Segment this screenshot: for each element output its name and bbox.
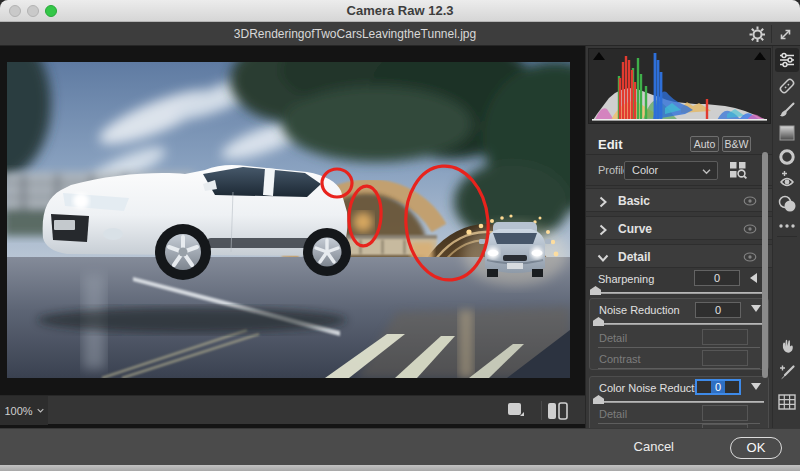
filename-bar: 3DRenderingofTwoCarsLeavingtheTunnel.jpg: [0, 22, 800, 46]
edit-header: Edit Auto B&W: [586, 136, 772, 154]
preview-square-icon: [507, 402, 525, 419]
radial-filter-icon: [778, 148, 796, 166]
profile-select[interactable]: Color: [624, 161, 718, 180]
color-sampler-icon: [778, 364, 796, 382]
section-curve[interactable]: Curve: [586, 216, 772, 240]
photo-canvas[interactable]: [7, 62, 570, 378]
tool-strip: [772, 46, 800, 428]
profile-selected-value: Color: [632, 164, 658, 176]
sharpening-label: Sharpening: [598, 273, 654, 285]
before-after-view-button[interactable]: [543, 400, 573, 421]
healing-tool-button[interactable]: [775, 74, 799, 98]
chevron-down-icon: [597, 254, 609, 262]
section-curve-label: Curve: [618, 222, 652, 236]
titlebar: Camera Raw 12.3: [0, 0, 800, 22]
selected-value-text: 0: [711, 381, 725, 393]
window-title: Camera Raw 12.3: [0, 3, 800, 18]
cnr-detail-label: Detail: [599, 408, 627, 420]
healing-brush-icon: [778, 77, 796, 95]
noise-reduction-slider-thumb[interactable]: [593, 317, 604, 326]
divider: [586, 185, 772, 186]
graduated-filter-icon: [779, 125, 795, 141]
color-noise-reduction-group: Color Noise Reduction 0 Detail Smoothnes…: [589, 376, 769, 428]
section-detail-label: Detail: [618, 250, 651, 264]
shadow-clipping-warning[interactable]: [592, 51, 606, 61]
sharpening-slider-thumb[interactable]: [590, 286, 601, 295]
toggle-fullscreen-button[interactable]: [772, 24, 798, 44]
graduated-filter-button[interactable]: [775, 121, 799, 145]
profile-browser-icon: [729, 161, 747, 179]
zoom-bar: 100%: [0, 395, 585, 424]
auto-button[interactable]: Auto: [690, 136, 719, 152]
edit-tool-button[interactable]: [775, 48, 799, 72]
section-basic-label: Basic: [618, 194, 650, 208]
before-after-icon: [547, 402, 569, 420]
eye-icon[interactable]: [743, 251, 757, 263]
profile-browser-button[interactable]: [729, 161, 747, 179]
red-eye-icon: [778, 171, 796, 189]
adjustment-brush-button[interactable]: [775, 98, 799, 122]
grid-icon: [778, 394, 796, 410]
presets-button[interactable]: [775, 192, 799, 216]
ok-button[interactable]: OK: [730, 437, 782, 459]
preferences-button[interactable]: [744, 24, 770, 44]
color-noise-reduction-label: Color Noise Reduction: [599, 382, 709, 394]
eye-icon[interactable]: [743, 223, 757, 235]
zoombar-divider: [541, 401, 542, 420]
window-bottom-edge: [0, 465, 800, 471]
noise-reduction-disclosure-triangle[interactable]: [751, 305, 761, 312]
bw-button[interactable]: B&W: [722, 136, 751, 152]
chevron-down-icon: [702, 168, 711, 175]
red-eye-tool-button[interactable]: [775, 168, 799, 192]
section-detail[interactable]: Detail: [586, 244, 772, 268]
eye-icon[interactable]: [743, 195, 757, 207]
noise-reduction-group: Noise Reduction 0 Detail Contrast: [589, 298, 769, 370]
color-noise-reduction-disclosure-triangle[interactable]: [751, 383, 761, 390]
nr-detail-label: Detail: [599, 332, 627, 344]
zoom-level-value: 100%: [4, 405, 32, 417]
divider: [586, 154, 772, 155]
cnr-detail-value[interactable]: [702, 405, 748, 421]
chevron-right-icon: [599, 196, 607, 208]
sharpening-value[interactable]: 0: [694, 270, 740, 286]
edit-title: Edit: [598, 137, 623, 152]
histogram: [588, 48, 771, 124]
silver-car: [463, 222, 567, 286]
chevron-right-icon: [599, 224, 607, 236]
nr-detail-value[interactable]: [702, 329, 748, 345]
radial-filter-button[interactable]: [775, 145, 799, 169]
hand-tool-button[interactable]: [775, 333, 799, 357]
sharpening-slider-track[interactable]: [591, 292, 767, 294]
more-options-button[interactable]: [775, 214, 799, 238]
photo-image: [7, 62, 570, 378]
preview-mode-button[interactable]: [501, 400, 531, 421]
ellipsis-icon: [778, 223, 796, 229]
color-noise-reduction-value[interactable]: 0: [695, 379, 741, 395]
edit-sliders-icon: [778, 51, 796, 69]
grid-overlay-button[interactable]: [775, 390, 799, 414]
zoom-level-button[interactable]: 100%: [0, 396, 48, 425]
profile-row: Profile Color: [586, 158, 772, 184]
highlight-clipping-warning[interactable]: [753, 51, 767, 61]
noise-reduction-slider-track[interactable]: [594, 323, 764, 325]
dialog-footer: Cancel OK: [0, 428, 800, 465]
color-noise-reduction-slider-thumb[interactable]: [593, 395, 604, 404]
gear-icon: [749, 26, 766, 43]
nr-contrast-label: Contrast: [599, 353, 641, 365]
open-file-name: 3DRenderingofTwoCarsLeavingtheTunnel.jpg: [0, 27, 710, 41]
image-canvas: 100%: [0, 46, 585, 428]
camera-raw-window: Camera Raw 12.3 3DRenderingofTwoCarsLeav…: [0, 0, 800, 471]
presets-circles-icon: [777, 195, 797, 213]
color-noise-reduction-slider-track[interactable]: [594, 401, 764, 403]
chevron-down-icon: [37, 407, 44, 414]
panel-scrollbar[interactable]: [762, 152, 768, 378]
color-sampler-button[interactable]: [775, 361, 799, 385]
noise-reduction-value[interactable]: 0: [695, 302, 741, 318]
nr-contrast-slider-track: [598, 368, 760, 369]
sharpening-disclosure-triangle[interactable]: [750, 273, 757, 283]
nr-contrast-value[interactable]: [702, 350, 748, 366]
nr-detail-slider-track: [598, 347, 760, 348]
cancel-button[interactable]: Cancel: [634, 439, 674, 454]
section-basic[interactable]: Basic: [586, 188, 772, 212]
hand-icon: [778, 336, 796, 354]
